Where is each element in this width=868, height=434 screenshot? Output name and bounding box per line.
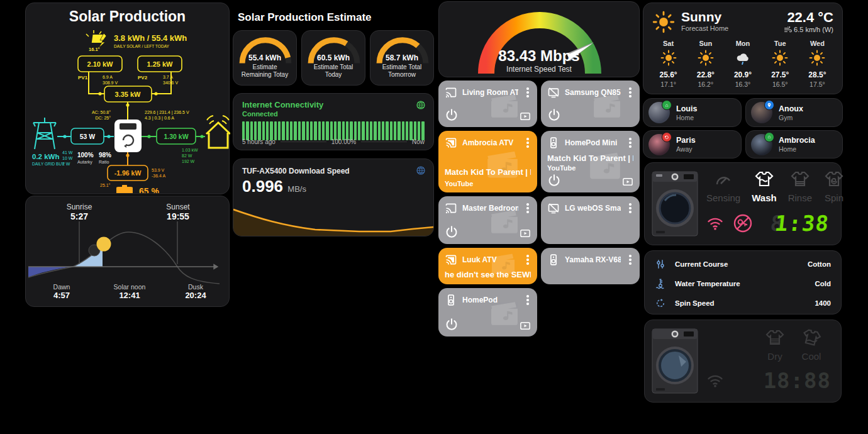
media-card-homepod[interactable]: HomePod	[438, 288, 537, 337]
media-card-yamaha-rx-v685[interactable]: Yamaha RX-V685	[541, 248, 640, 284]
sunny-icon	[698, 50, 714, 66]
sunrise-block: Sunrise 5:27	[57, 203, 101, 221]
music-video-icon[interactable]	[520, 111, 531, 122]
forecast-day: Sat 25.6° 17.1°	[650, 40, 687, 88]
person-card-anoux[interactable]: Anoux Gym	[745, 98, 843, 127]
media-card-lg-webos-tv[interactable]: LG webOS Smart TV	[541, 196, 640, 244]
media-card-living-room-atv[interactable]: Living Room ATV	[438, 81, 537, 127]
washer-settings-card: Current Course Cotton Water Temperature …	[644, 250, 842, 314]
battery-temp: 25.1°	[100, 183, 111, 187]
power-button[interactable]	[445, 108, 459, 122]
setting-row-spin-speed[interactable]: Spin Speed 1400	[645, 293, 841, 313]
person-name: Paris	[676, 136, 696, 145]
kebab-menu-icon[interactable]	[523, 138, 532, 148]
kebab-menu-icon[interactable]	[523, 87, 532, 97]
uptime-percent: 100.00%	[331, 138, 356, 145]
download-unit: MB/s	[287, 184, 306, 194]
home-badge-icon: ⌂	[764, 132, 774, 142]
weather-wind: 6.5 km/h (W)	[784, 26, 833, 33]
wifi-icon	[706, 214, 724, 232]
battery-amps: -36.4 A	[152, 174, 166, 178]
connectivity-title: Internet Connectivity	[233, 94, 433, 109]
internet-connectivity-card[interactable]: Internet Connectivity Connected 5 hours …	[233, 93, 434, 150]
dryer-image	[651, 328, 699, 396]
media-watermark-icon	[591, 92, 623, 120]
person-card-ambrocia[interactable]: ⌂ Ambrocia Home	[745, 130, 843, 159]
music-video-icon[interactable]	[622, 176, 633, 187]
cast-icon	[445, 86, 457, 99]
daily-solar-value: 3.8 kWh / 55.4 kWh	[114, 33, 187, 43]
speedtest-card[interactable]: 83.43 Mbps Internet Speed Test	[438, 1, 640, 77]
kebab-menu-icon[interactable]	[626, 203, 635, 213]
house-v3: 192 W	[182, 159, 195, 164]
media-name: HomePod Mini	[565, 138, 621, 147]
ratio-value: 98%	[99, 152, 111, 159]
stage-sensing: Sensing	[706, 170, 740, 203]
energy-flow-diagram: 16.1° 3.8 kWh / 55.4 kWh DAILY SOLAR / L…	[26, 28, 230, 193]
gauge-value: 55.4 kWh	[233, 53, 296, 62]
battery-percent: 65 %	[139, 186, 159, 193]
kebab-menu-icon[interactable]	[523, 255, 532, 265]
gauge-value: 58.7 kWh	[370, 53, 433, 62]
child-lock-icon	[733, 213, 753, 233]
sun-path-card: Sunrise 5:27 Sunset 19:55 Dawn 4:57 Sola…	[25, 196, 230, 307]
kebab-menu-icon[interactable]	[626, 255, 635, 265]
power-button[interactable]	[547, 174, 561, 187]
music-video-icon[interactable]	[520, 320, 531, 331]
grid-daily-label: DAILY GRID BUY	[32, 162, 65, 166]
power-button[interactable]	[445, 318, 459, 331]
person-card-paris[interactable]: Paris Away	[643, 130, 742, 159]
music-video-icon[interactable]	[520, 228, 531, 239]
dawn-block: Dawn 4:57	[40, 283, 84, 300]
kebab-menu-icon[interactable]	[523, 295, 532, 305]
pv2-label: PV2	[138, 75, 148, 81]
media-card-samsung-tv[interactable]: Samsung QN85AA 85 TV	[541, 81, 640, 127]
avatar: ⌂	[648, 102, 670, 123]
house-v1: 1.03 kW	[182, 148, 198, 152]
power-button[interactable]	[547, 108, 561, 122]
estimate-card-today[interactable]: 60.5 kWh Estimate Total Today	[301, 30, 365, 86]
sunny-icon	[809, 50, 825, 66]
setting-row-water-temp[interactable]: Water Temperature Cold	[645, 274, 841, 293]
dryer-card[interactable]: Dry Cool 18:88	[644, 320, 842, 403]
download-history-chart	[233, 203, 433, 236]
stage-wash-active: Wash	[752, 170, 776, 203]
download-speed-card[interactable]: TUF-AX5400 Download Speed 0.996 MB/s	[233, 159, 434, 236]
washer-display: 8 1:38	[771, 211, 831, 236]
location-pin-badge-icon	[764, 100, 774, 110]
kebab-menu-icon[interactable]	[626, 138, 635, 148]
connectivity-status: Connected	[233, 109, 433, 118]
battery-volts: 53.9 V	[152, 168, 165, 172]
battery-icon	[116, 185, 133, 193]
tv-off-icon	[547, 202, 560, 214]
media-name: LG webOS Smart TV	[565, 204, 621, 213]
kebab-menu-icon[interactable]	[626, 87, 635, 97]
media-watermark-icon	[488, 92, 521, 120]
kebab-menu-icon[interactable]	[523, 203, 532, 213]
weather-card[interactable]: Sunny Forecast Home 22.4 °C 6.5 km/h (W)…	[643, 3, 843, 94]
grid-v2: 10 W	[62, 156, 73, 160]
dryer-stages: Dry Cool	[764, 329, 822, 362]
person-name: Anoux	[779, 104, 803, 113]
dc-temp: DC: 25°	[95, 116, 111, 120]
weather-condition: Sunny	[681, 9, 728, 25]
washer-stages: Sensing Wash Rinse Spin	[706, 170, 845, 203]
gauge-label: Today	[302, 71, 365, 79]
media-card-master-bedroom-atv[interactable]: Master Bedroom ATV	[438, 196, 537, 244]
estimate-card-remaining[interactable]: 55.4 kWh Estimate Remaining Totay	[233, 30, 297, 86]
speaker-icon	[547, 253, 560, 266]
media-card-ambrocia-atv[interactable]: Ambrocia ATV Match Kid To Parent | Line……	[438, 131, 537, 192]
grid-v1: 41 W	[62, 150, 73, 155]
media-card-homepod-mini[interactable]: HomePod Mini Match Kid To Parent | Line……	[541, 131, 640, 192]
house-v2: 82 W	[182, 153, 192, 158]
washer-image	[651, 170, 699, 238]
washer-card[interactable]: Sensing Wash Rinse Spin 8 1:38	[644, 162, 842, 245]
person-card-louis[interactable]: ⌂ Louis Home	[643, 98, 742, 127]
cast-icon	[445, 202, 457, 214]
media-card-luuk-atv[interactable]: Luuk ATV he didn't see the SEWER o…	[438, 248, 537, 284]
speaker-icon	[445, 294, 457, 306]
power-button[interactable]	[445, 225, 459, 239]
setting-label: Spin Speed	[675, 299, 806, 307]
setting-row-course[interactable]: Current Course Cotton	[645, 254, 841, 274]
estimate-card-tomorrow[interactable]: 58.7 kWh Estimate Total Tomorrow	[370, 30, 434, 86]
